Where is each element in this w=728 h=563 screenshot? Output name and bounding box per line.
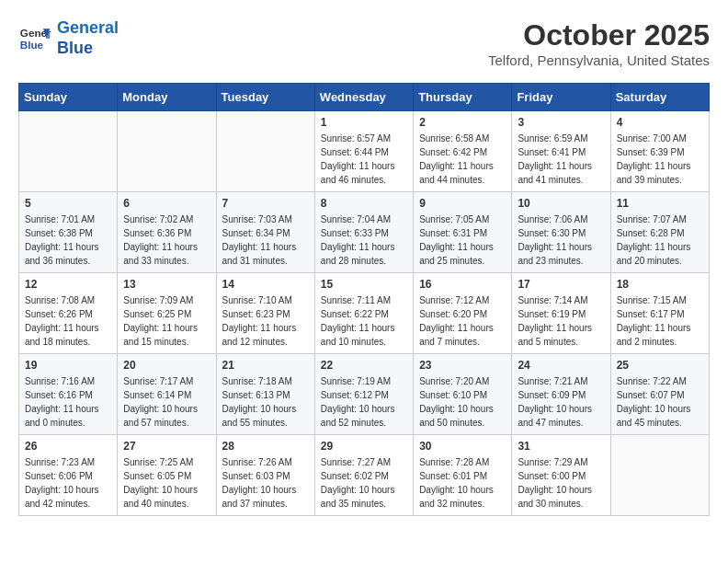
calendar-cell: 29Sunrise: 7:27 AM Sunset: 6:02 PM Dayli… [314, 435, 413, 516]
page-header: General Blue General Blue October 2025 T… [18, 18, 710, 68]
calendar-cell: 7Sunrise: 7:03 AM Sunset: 6:34 PM Daylig… [216, 192, 314, 273]
day-number: 1 [321, 116, 407, 129]
day-info: Sunrise: 6:59 AM Sunset: 6:41 PM Dayligh… [518, 132, 604, 187]
day-number: 4 [617, 116, 703, 129]
day-info: Sunrise: 7:18 AM Sunset: 6:13 PM Dayligh… [222, 374, 309, 430]
weekday-header-saturday: Saturday [610, 84, 709, 111]
calendar-cell: 21Sunrise: 7:18 AM Sunset: 6:13 PM Dayli… [216, 354, 314, 435]
day-number: 27 [123, 440, 210, 453]
calendar-cell: 18Sunrise: 7:15 AM Sunset: 6:17 PM Dayli… [610, 273, 709, 354]
calendar-cell: 24Sunrise: 7:21 AM Sunset: 6:09 PM Dayli… [512, 354, 610, 435]
logo-icon: General Blue [18, 22, 51, 55]
weekday-header-monday: Monday [118, 84, 216, 111]
day-number: 20 [123, 359, 210, 372]
day-info: Sunrise: 7:28 AM Sunset: 6:01 PM Dayligh… [419, 455, 506, 511]
day-number: 11 [617, 197, 703, 210]
day-number: 28 [222, 440, 309, 453]
week-row-3: 12Sunrise: 7:08 AM Sunset: 6:26 PM Dayli… [19, 273, 710, 354]
day-number: 29 [321, 440, 407, 453]
day-info: Sunrise: 7:01 AM Sunset: 6:38 PM Dayligh… [25, 213, 111, 268]
day-info: Sunrise: 7:26 AM Sunset: 6:03 PM Dayligh… [222, 455, 309, 511]
day-info: Sunrise: 7:08 AM Sunset: 6:26 PM Dayligh… [25, 293, 111, 349]
week-row-5: 26Sunrise: 7:23 AM Sunset: 6:06 PM Dayli… [19, 435, 710, 516]
day-number: 2 [419, 116, 506, 129]
day-number: 10 [518, 197, 604, 210]
calendar-cell: 9Sunrise: 7:05 AM Sunset: 6:31 PM Daylig… [414, 192, 512, 273]
month-title: October 2025 [488, 18, 710, 52]
calendar-cell: 8Sunrise: 7:04 AM Sunset: 6:33 PM Daylig… [314, 192, 413, 273]
week-row-1: 1Sunrise: 6:57 AM Sunset: 6:44 PM Daylig… [19, 111, 710, 192]
day-number: 17 [518, 278, 604, 291]
day-number: 15 [321, 278, 407, 291]
day-info: Sunrise: 7:22 AM Sunset: 6:07 PM Dayligh… [617, 374, 703, 430]
calendar-cell: 11Sunrise: 7:07 AM Sunset: 6:28 PM Dayli… [610, 192, 709, 273]
day-info: Sunrise: 7:00 AM Sunset: 6:39 PM Dayligh… [617, 132, 703, 187]
day-info: Sunrise: 7:14 AM Sunset: 6:19 PM Dayligh… [518, 293, 604, 349]
calendar-table: SundayMondayTuesdayWednesdayThursdayFrid… [18, 83, 710, 516]
weekday-header-wednesday: Wednesday [314, 84, 413, 111]
calendar-cell [19, 111, 118, 192]
day-info: Sunrise: 7:05 AM Sunset: 6:31 PM Dayligh… [419, 213, 506, 268]
calendar-cell: 31Sunrise: 7:29 AM Sunset: 6:00 PM Dayli… [512, 435, 610, 516]
calendar-cell: 23Sunrise: 7:20 AM Sunset: 6:10 PM Dayli… [414, 354, 512, 435]
day-number: 30 [419, 440, 506, 453]
day-info: Sunrise: 7:27 AM Sunset: 6:02 PM Dayligh… [321, 455, 407, 511]
day-info: Sunrise: 7:17 AM Sunset: 6:14 PM Dayligh… [123, 374, 210, 430]
day-info: Sunrise: 7:20 AM Sunset: 6:10 PM Dayligh… [419, 374, 506, 430]
calendar-cell: 15Sunrise: 7:11 AM Sunset: 6:22 PM Dayli… [314, 273, 413, 354]
day-number: 18 [617, 278, 703, 291]
day-info: Sunrise: 7:29 AM Sunset: 6:00 PM Dayligh… [518, 455, 604, 511]
weekday-header-friday: Friday [512, 84, 610, 111]
week-row-4: 19Sunrise: 7:16 AM Sunset: 6:16 PM Dayli… [19, 354, 710, 435]
calendar-cell: 27Sunrise: 7:25 AM Sunset: 6:05 PM Dayli… [118, 435, 216, 516]
calendar-cell [118, 111, 216, 192]
calendar-cell: 26Sunrise: 7:23 AM Sunset: 6:06 PM Dayli… [19, 435, 118, 516]
calendar-cell: 1Sunrise: 6:57 AM Sunset: 6:44 PM Daylig… [314, 111, 413, 192]
calendar-cell: 13Sunrise: 7:09 AM Sunset: 6:25 PM Dayli… [118, 273, 216, 354]
calendar-cell: 20Sunrise: 7:17 AM Sunset: 6:14 PM Dayli… [118, 354, 216, 435]
calendar-cell: 19Sunrise: 7:16 AM Sunset: 6:16 PM Dayli… [19, 354, 118, 435]
calendar-cell: 3Sunrise: 6:59 AM Sunset: 6:41 PM Daylig… [512, 111, 610, 192]
day-number: 5 [25, 197, 111, 210]
day-info: Sunrise: 7:03 AM Sunset: 6:34 PM Dayligh… [222, 213, 309, 268]
calendar-cell: 28Sunrise: 7:26 AM Sunset: 6:03 PM Dayli… [216, 435, 314, 516]
day-info: Sunrise: 7:09 AM Sunset: 6:25 PM Dayligh… [123, 293, 210, 349]
logo-text-blue: Blue [57, 39, 119, 59]
weekday-header-row: SundayMondayTuesdayWednesdayThursdayFrid… [19, 84, 710, 111]
calendar-cell: 10Sunrise: 7:06 AM Sunset: 6:30 PM Dayli… [512, 192, 610, 273]
day-info: Sunrise: 6:58 AM Sunset: 6:42 PM Dayligh… [419, 132, 506, 187]
day-number: 31 [518, 440, 604, 453]
day-number: 14 [222, 278, 309, 291]
day-info: Sunrise: 7:21 AM Sunset: 6:09 PM Dayligh… [518, 374, 604, 430]
weekday-header-tuesday: Tuesday [216, 84, 314, 111]
calendar-cell: 5Sunrise: 7:01 AM Sunset: 6:38 PM Daylig… [19, 192, 118, 273]
calendar-cell [610, 435, 709, 516]
day-number: 16 [419, 278, 506, 291]
day-number: 8 [321, 197, 407, 210]
svg-text:Blue: Blue [20, 38, 44, 50]
logo: General Blue General Blue [18, 18, 119, 58]
calendar-cell: 14Sunrise: 7:10 AM Sunset: 6:23 PM Dayli… [216, 273, 314, 354]
weekday-header-sunday: Sunday [19, 84, 118, 111]
title-block: October 2025 Telford, Pennsylvania, Unit… [488, 18, 710, 68]
day-number: 23 [419, 359, 506, 372]
calendar-cell: 30Sunrise: 7:28 AM Sunset: 6:01 PM Dayli… [414, 435, 512, 516]
day-info: Sunrise: 7:15 AM Sunset: 6:17 PM Dayligh… [617, 293, 703, 349]
day-number: 22 [321, 359, 407, 372]
weekday-header-thursday: Thursday [414, 84, 512, 111]
day-info: Sunrise: 7:11 AM Sunset: 6:22 PM Dayligh… [321, 293, 407, 349]
day-info: Sunrise: 7:10 AM Sunset: 6:23 PM Dayligh… [222, 293, 309, 349]
day-number: 21 [222, 359, 309, 372]
day-info: Sunrise: 7:19 AM Sunset: 6:12 PM Dayligh… [321, 374, 407, 430]
calendar-cell: 22Sunrise: 7:19 AM Sunset: 6:12 PM Dayli… [314, 354, 413, 435]
calendar-cell: 12Sunrise: 7:08 AM Sunset: 6:26 PM Dayli… [19, 273, 118, 354]
week-row-2: 5Sunrise: 7:01 AM Sunset: 6:38 PM Daylig… [19, 192, 710, 273]
day-number: 24 [518, 359, 604, 372]
logo-text-general: General [57, 18, 119, 39]
day-number: 13 [123, 278, 210, 291]
day-info: Sunrise: 6:57 AM Sunset: 6:44 PM Dayligh… [321, 132, 407, 187]
day-info: Sunrise: 7:25 AM Sunset: 6:05 PM Dayligh… [123, 455, 210, 511]
calendar-cell: 2Sunrise: 6:58 AM Sunset: 6:42 PM Daylig… [414, 111, 512, 192]
day-info: Sunrise: 7:23 AM Sunset: 6:06 PM Dayligh… [25, 455, 111, 511]
day-info: Sunrise: 7:06 AM Sunset: 6:30 PM Dayligh… [518, 213, 604, 268]
